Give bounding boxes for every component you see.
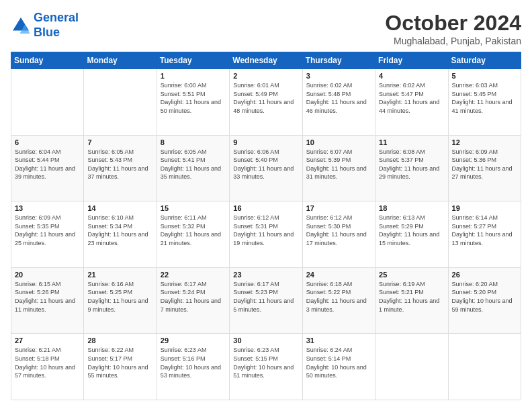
calendar-cell: 24Sunrise: 6:18 AM Sunset: 5:22 PM Dayli… xyxy=(302,267,375,334)
day-number: 31 xyxy=(306,336,371,345)
day-number: 25 xyxy=(379,271,444,279)
calendar-cell: 18Sunrise: 6:13 AM Sunset: 5:29 PM Dayli… xyxy=(375,201,448,268)
weekday-header-wednesday: Wednesday xyxy=(230,52,302,69)
day-info: Sunrise: 6:15 AM Sunset: 5:26 PM Dayligh… xyxy=(15,280,80,314)
day-number: 24 xyxy=(306,271,371,279)
title-block: October 2024 Mughalabad, Punjab, Pakista… xyxy=(385,11,521,46)
week-row-2: 6Sunrise: 6:04 AM Sunset: 5:44 PM Daylig… xyxy=(11,135,521,201)
calendar-cell: 27Sunrise: 6:21 AM Sunset: 5:18 PM Dayli… xyxy=(11,334,84,400)
day-number: 30 xyxy=(233,336,298,345)
logo: General Blue xyxy=(11,11,79,40)
day-info: Sunrise: 6:21 AM Sunset: 5:18 PM Dayligh… xyxy=(15,346,80,379)
weekday-header-sunday: Sunday xyxy=(11,52,84,69)
day-info: Sunrise: 6:13 AM Sunset: 5:29 PM Dayligh… xyxy=(379,214,444,247)
calendar-cell: 31Sunrise: 6:24 AM Sunset: 5:14 PM Dayli… xyxy=(302,334,375,400)
day-info: Sunrise: 6:01 AM Sunset: 5:49 PM Dayligh… xyxy=(233,81,298,115)
day-number: 9 xyxy=(233,138,298,146)
calendar-cell: 6Sunrise: 6:04 AM Sunset: 5:44 PM Daylig… xyxy=(11,135,84,201)
day-number: 23 xyxy=(233,271,298,279)
day-number: 5 xyxy=(452,72,517,80)
calendar-cell: 25Sunrise: 6:19 AM Sunset: 5:21 PM Dayli… xyxy=(375,267,448,334)
day-number: 11 xyxy=(379,138,444,146)
day-info: Sunrise: 6:17 AM Sunset: 5:24 PM Dayligh… xyxy=(161,280,226,314)
day-info: Sunrise: 6:04 AM Sunset: 5:44 PM Dayligh… xyxy=(15,148,80,181)
day-number: 17 xyxy=(306,204,371,212)
day-number: 29 xyxy=(161,336,226,345)
calendar-cell: 3Sunrise: 6:02 AM Sunset: 5:48 PM Daylig… xyxy=(302,69,375,136)
calendar-cell: 19Sunrise: 6:14 AM Sunset: 5:27 PM Dayli… xyxy=(448,201,521,268)
day-info: Sunrise: 6:09 AM Sunset: 5:36 PM Dayligh… xyxy=(452,148,517,181)
logo-icon xyxy=(11,15,31,36)
day-number: 22 xyxy=(161,271,226,279)
day-number: 13 xyxy=(15,204,80,212)
day-info: Sunrise: 6:08 AM Sunset: 5:37 PM Dayligh… xyxy=(379,148,444,181)
day-number: 26 xyxy=(452,271,517,279)
day-info: Sunrise: 6:12 AM Sunset: 5:31 PM Dayligh… xyxy=(233,214,298,247)
header: General Blue October 2024 Mughalabad, Pu… xyxy=(11,11,521,46)
day-info: Sunrise: 6:22 AM Sunset: 5:17 PM Dayligh… xyxy=(87,346,152,379)
calendar-cell: 26Sunrise: 6:20 AM Sunset: 5:20 PM Dayli… xyxy=(448,267,521,334)
weekday-header-tuesday: Tuesday xyxy=(157,52,229,69)
day-info: Sunrise: 6:07 AM Sunset: 5:39 PM Dayligh… xyxy=(306,148,371,181)
week-row-5: 27Sunrise: 6:21 AM Sunset: 5:18 PM Dayli… xyxy=(11,334,521,400)
logo-text: General Blue xyxy=(34,11,79,40)
day-info: Sunrise: 6:09 AM Sunset: 5:35 PM Dayligh… xyxy=(15,214,80,247)
day-info: Sunrise: 6:24 AM Sunset: 5:14 PM Dayligh… xyxy=(306,346,371,379)
day-info: Sunrise: 6:23 AM Sunset: 5:16 PM Dayligh… xyxy=(161,346,226,379)
calendar-cell: 21Sunrise: 6:16 AM Sunset: 5:25 PM Dayli… xyxy=(84,267,157,334)
day-info: Sunrise: 6:02 AM Sunset: 5:48 PM Dayligh… xyxy=(306,81,371,115)
calendar-cell: 22Sunrise: 6:17 AM Sunset: 5:24 PM Dayli… xyxy=(157,267,229,334)
logo-line2: Blue xyxy=(34,26,60,39)
day-number: 19 xyxy=(452,204,517,212)
day-number: 6 xyxy=(15,138,80,146)
calendar-cell: 23Sunrise: 6:17 AM Sunset: 5:23 PM Dayli… xyxy=(230,267,302,334)
day-number: 28 xyxy=(87,336,152,345)
day-info: Sunrise: 6:06 AM Sunset: 5:40 PM Dayligh… xyxy=(233,148,298,181)
calendar-cell: 7Sunrise: 6:05 AM Sunset: 5:43 PM Daylig… xyxy=(84,135,157,201)
calendar-cell: 29Sunrise: 6:23 AM Sunset: 5:16 PM Dayli… xyxy=(157,334,229,400)
day-info: Sunrise: 6:17 AM Sunset: 5:23 PM Dayligh… xyxy=(233,280,298,314)
calendar-cell xyxy=(448,334,521,400)
day-number: 7 xyxy=(87,138,152,146)
logo-line1: General xyxy=(34,11,79,24)
calendar-cell: 12Sunrise: 6:09 AM Sunset: 5:36 PM Dayli… xyxy=(448,135,521,201)
day-number: 8 xyxy=(161,138,226,146)
calendar-cell: 5Sunrise: 6:03 AM Sunset: 5:45 PM Daylig… xyxy=(448,69,521,136)
calendar-cell xyxy=(84,69,157,136)
calendar-cell: 16Sunrise: 6:12 AM Sunset: 5:31 PM Dayli… xyxy=(230,201,302,268)
day-number: 1 xyxy=(161,72,226,80)
day-info: Sunrise: 6:11 AM Sunset: 5:32 PM Dayligh… xyxy=(161,214,226,247)
week-row-4: 20Sunrise: 6:15 AM Sunset: 5:26 PM Dayli… xyxy=(11,267,521,334)
calendar-cell: 2Sunrise: 6:01 AM Sunset: 5:49 PM Daylig… xyxy=(230,69,302,136)
day-info: Sunrise: 6:12 AM Sunset: 5:30 PM Dayligh… xyxy=(306,214,371,247)
day-number: 14 xyxy=(87,204,152,212)
calendar-cell: 10Sunrise: 6:07 AM Sunset: 5:39 PM Dayli… xyxy=(302,135,375,201)
day-number: 12 xyxy=(452,138,517,146)
day-info: Sunrise: 6:00 AM Sunset: 5:51 PM Dayligh… xyxy=(161,81,226,115)
day-info: Sunrise: 6:19 AM Sunset: 5:21 PM Dayligh… xyxy=(379,280,444,314)
weekday-header-row: SundayMondayTuesdayWednesdayThursdayFrid… xyxy=(11,52,521,69)
day-info: Sunrise: 6:14 AM Sunset: 5:27 PM Dayligh… xyxy=(452,214,517,247)
calendar-cell: 1Sunrise: 6:00 AM Sunset: 5:51 PM Daylig… xyxy=(157,69,229,136)
location-subtitle: Mughalabad, Punjab, Pakistan xyxy=(385,36,521,46)
day-info: Sunrise: 6:10 AM Sunset: 5:34 PM Dayligh… xyxy=(87,214,152,247)
day-info: Sunrise: 6:20 AM Sunset: 5:20 PM Dayligh… xyxy=(452,280,517,314)
calendar-cell: 17Sunrise: 6:12 AM Sunset: 5:30 PM Dayli… xyxy=(302,201,375,268)
day-number: 20 xyxy=(15,271,80,279)
day-info: Sunrise: 6:16 AM Sunset: 5:25 PM Dayligh… xyxy=(87,280,152,314)
day-number: 16 xyxy=(233,204,298,212)
day-info: Sunrise: 6:18 AM Sunset: 5:22 PM Dayligh… xyxy=(306,280,371,314)
day-number: 27 xyxy=(15,336,80,345)
day-info: Sunrise: 6:02 AM Sunset: 5:47 PM Dayligh… xyxy=(379,81,444,115)
calendar-cell: 4Sunrise: 6:02 AM Sunset: 5:47 PM Daylig… xyxy=(375,69,448,136)
calendar-cell xyxy=(375,334,448,400)
calendar-cell: 28Sunrise: 6:22 AM Sunset: 5:17 PM Dayli… xyxy=(84,334,157,400)
weekday-header-friday: Friday xyxy=(375,52,448,69)
calendar-cell: 13Sunrise: 6:09 AM Sunset: 5:35 PM Dayli… xyxy=(11,201,84,268)
day-info: Sunrise: 6:05 AM Sunset: 5:41 PM Dayligh… xyxy=(161,148,226,181)
weekday-header-saturday: Saturday xyxy=(448,52,521,69)
calendar-cell: 20Sunrise: 6:15 AM Sunset: 5:26 PM Dayli… xyxy=(11,267,84,334)
weekday-header-monday: Monday xyxy=(84,52,157,69)
calendar-cell xyxy=(11,69,84,136)
week-row-1: 1Sunrise: 6:00 AM Sunset: 5:51 PM Daylig… xyxy=(11,69,521,136)
